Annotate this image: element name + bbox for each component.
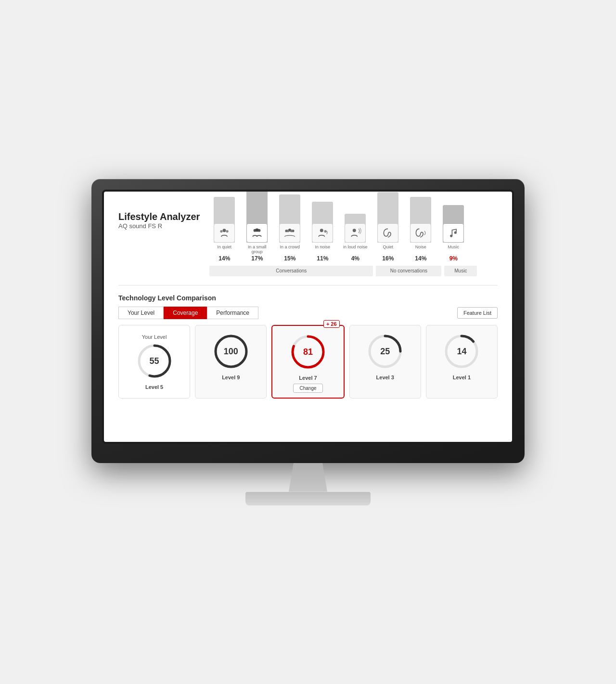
gauge-level3-card: 25 — [366, 332, 404, 371]
gauge-value-level7-card: 81 — [303, 347, 313, 357]
bar-pct-in-crowd: 15% — [284, 255, 295, 262]
level-name-level3-card: Level 3 — [376, 374, 394, 380]
tech-controls: Your LevelCoveragePerformance Feature Li… — [118, 307, 498, 319]
bar-container-in-crowd — [277, 192, 302, 243]
bar-icon-in-noise — [312, 223, 333, 243]
level-name-your-level-card: Level 5 — [145, 384, 163, 390]
feature-list-button[interactable]: Feature List — [457, 307, 498, 319]
gauge-level9-card: 100 — [212, 332, 250, 371]
level-name-level1-card: Level 1 — [453, 374, 471, 380]
svg-point-13 — [353, 229, 356, 232]
level-card-level1-card: 14Level 1 — [426, 325, 498, 399]
tech-tab-your-level[interactable]: Your Level — [118, 307, 164, 319]
bar-col-small-group: In a small group17% — [242, 192, 272, 262]
bar-col-quiet: Quiet16% — [373, 192, 403, 262]
bar-label-small-group: In a small group — [242, 245, 272, 255]
category-labels-row: ConversationsNo conversationsMusic — [209, 266, 498, 276]
bar-pct-music: 9% — [449, 255, 458, 262]
bar-col-in-crowd: In a crowd15% — [275, 192, 305, 262]
level-card-level7-card: + 26 81Level 7Change — [271, 325, 344, 399]
bar-container-quiet — [375, 192, 400, 243]
bar-pct-small-group: 17% — [251, 255, 263, 262]
lifestyle-labels: Lifestyle Analyzer AQ sound FS R — [118, 206, 200, 235]
bar-icon-in-crowd — [279, 223, 300, 243]
gauge-value-level1-card: 14 — [457, 346, 466, 356]
bar-pct-loud-noise: 4% — [351, 255, 359, 262]
bar-col-loud-noise: in loud noise4% — [340, 192, 370, 262]
bar-pct-in-noise: 11% — [317, 255, 328, 262]
gauge-level1-card: 14 — [442, 332, 481, 371]
plus-badge: + 26 — [323, 320, 340, 328]
change-button[interactable]: Change — [293, 384, 322, 393]
svg-point-15 — [454, 231, 457, 233]
bar-icon-quiet — [377, 223, 398, 243]
level-card-level3-card: 25Level 3 — [349, 325, 421, 399]
level-cards: Your Level 55Level 5 100Level 9+ 26 81Le… — [118, 325, 498, 399]
bar-icon-small-group — [246, 223, 268, 243]
your-level-static-label: Your Level — [140, 332, 169, 342]
svg-point-11 — [320, 229, 323, 232]
bar-icon-loud-noise — [345, 223, 366, 243]
bar-container-noise — [408, 192, 433, 243]
bar-label-music: Music — [448, 245, 460, 255]
bar-icon-noise — [410, 223, 431, 243]
cat-label-conversations: Conversations — [209, 266, 373, 276]
svg-point-1 — [220, 230, 223, 232]
svg-point-5 — [256, 228, 259, 232]
tech-tab-performance[interactable]: Performance — [207, 307, 258, 319]
cat-label-music-cat: Music — [444, 266, 477, 276]
monitor-bezel: Lifestyle Analyzer AQ sound FS R In quie… — [102, 190, 514, 444]
stand-base — [245, 492, 371, 505]
bar-label-loud-noise: in loud noise — [343, 245, 368, 255]
svg-point-14 — [450, 234, 452, 237]
bar-label-noise: Noise — [415, 245, 426, 255]
gauge-value-level3-card: 25 — [380, 346, 390, 356]
tech-tabs: Your LevelCoveragePerformance — [118, 307, 457, 319]
bar-container-in-quiet — [212, 192, 237, 243]
level-name-level9-card: Level 9 — [222, 374, 240, 380]
bar-label-in-quiet: In quiet — [218, 245, 232, 255]
bar-label-in-crowd: In a crowd — [280, 245, 300, 255]
section-divider — [118, 285, 498, 285]
gauge-your-level-card: 55 — [135, 342, 174, 380]
bar-col-in-quiet: In quiet14% — [209, 192, 239, 262]
lifestyle-section: Lifestyle Analyzer AQ sound FS R In quie… — [118, 206, 498, 276]
level-card-level9-card: 100Level 9 — [195, 325, 267, 399]
tech-section: Technology Level Comparison Your LevelCo… — [118, 294, 498, 399]
svg-point-9 — [287, 230, 289, 232]
gauge-level7-card: 81 — [289, 333, 327, 371]
bar-pct-quiet: 16% — [382, 255, 394, 262]
tech-section-title: Technology Level Comparison — [118, 294, 498, 302]
monitor-wrapper: Lifestyle Analyzer AQ sound FS R In quie… — [91, 179, 525, 505]
bar-label-quiet: Quiet — [383, 245, 394, 255]
bar-icon-in-quiet — [214, 223, 235, 243]
level-card-your-level-card: Your Level 55Level 5 — [118, 325, 190, 399]
gauge-value-your-level-card: 55 — [150, 356, 159, 366]
svg-point-2 — [226, 230, 229, 232]
level-name-level7-card: Level 7 — [299, 375, 317, 381]
bar-col-music: Music9% — [438, 192, 468, 262]
svg-point-0 — [223, 229, 226, 232]
bar-container-music — [441, 192, 466, 243]
gauge-value-level9-card: 100 — [224, 346, 238, 356]
bar-icon-music — [443, 223, 464, 243]
cat-label-no-conversations: No conversations — [376, 266, 441, 276]
lifestyle-content: Lifestyle Analyzer AQ sound FS R In quie… — [118, 206, 498, 276]
bars-row: In quiet14%In a small group17%In a crowd… — [209, 206, 498, 264]
bars-area: In quiet14%In a small group17%In a crowd… — [209, 206, 498, 276]
monitor-outer: Lifestyle Analyzer AQ sound FS R In quie… — [91, 179, 525, 463]
bar-pct-in-quiet: 14% — [218, 255, 230, 262]
tech-tab-coverage[interactable]: Coverage — [164, 307, 207, 319]
bar-col-noise: Noise14% — [406, 192, 436, 262]
svg-point-10 — [290, 230, 293, 232]
section-subtitle: AQ sound FS R — [118, 222, 200, 230]
bar-container-in-noise — [310, 192, 335, 243]
section-title: Lifestyle Analyzer — [118, 211, 200, 222]
stand-neck — [284, 463, 332, 492]
screen: Lifestyle Analyzer AQ sound FS R In quie… — [104, 192, 512, 442]
bar-col-in-noise: In noise11% — [308, 192, 337, 262]
bar-container-loud-noise — [343, 192, 368, 243]
svg-point-12 — [324, 230, 327, 232]
bar-label-in-noise: In noise — [315, 245, 331, 255]
bar-pct-noise: 14% — [415, 255, 426, 262]
